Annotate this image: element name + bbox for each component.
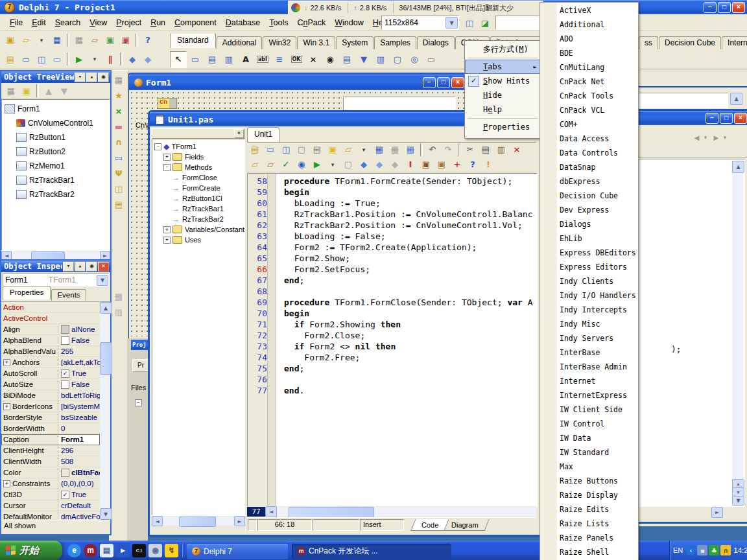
- treeview-hscrollbar[interactable]: ◄ ►: [1, 251, 110, 260]
- inspector-tab-events[interactable]: Events: [51, 289, 86, 301]
- view-form2-icon[interactable]: ▭: [263, 142, 278, 157]
- copy-icon[interactable]: ▤: [478, 142, 493, 157]
- tabs-submenu-item-raize-edits[interactable]: Raize Edits: [540, 505, 638, 519]
- listbox-component[interactable]: ▤: [338, 51, 355, 68]
- cmd-icon[interactable]: C:\: [132, 544, 146, 557]
- hint-icon[interactable]: !: [480, 157, 496, 172]
- property-row-color[interactable]: ColorclBtnFace: [1, 467, 100, 478]
- tabs-submenu-item-bde[interactable]: BDE: [540, 49, 638, 63]
- eraser-icon[interactable]: ▬: [111, 119, 126, 134]
- add-file-icon[interactable]: ▣: [102, 32, 118, 48]
- remove-project-icon[interactable]: ▱: [263, 157, 278, 172]
- lock-icon[interactable]: ∩: [111, 134, 126, 150]
- tabs-submenu-item-data-controls[interactable]: Data Controls: [540, 148, 638, 163]
- property-row-bidimode[interactable]: BiDiModebdLeftToRight: [1, 390, 100, 401]
- tabs-submenu-item-dev-express[interactable]: Dev Express: [540, 205, 638, 220]
- tabs-submenu-item-cnmutilang[interactable]: CnMutiLang: [540, 63, 638, 77]
- box-brown-icon[interactable]: ▣: [418, 157, 434, 172]
- form-edit-box[interactable]: [343, 97, 456, 111]
- bg-close-button[interactable]: [734, 113, 747, 124]
- back-dropdown-icon[interactable]: ▼: [703, 135, 708, 141]
- view-form-icon[interactable]: ▭: [18, 51, 34, 67]
- code-area[interactable]: 58procedure TForm1.FormCreate(Sender: TO…: [247, 173, 538, 508]
- explorer-item-rztrackbar2[interactable]: →RzTrackBar2: [154, 214, 244, 224]
- view-unit-icon[interactable]: ▤: [3, 51, 18, 67]
- window-grid-icon[interactable]: ▦: [403, 142, 418, 157]
- tabs-submenu-item-raize-panels[interactable]: Raize Panels: [540, 533, 638, 548]
- notepad-icon[interactable]: ▤: [100, 544, 113, 557]
- treeview-item-rztrackbar2[interactable]: RzTrackBar2: [5, 187, 110, 202]
- project-manager-title-fragment[interactable]: Proj: [131, 340, 149, 350]
- help2-icon[interactable]: ?: [465, 157, 480, 172]
- combobox-component[interactable]: ▼: [355, 51, 372, 68]
- tabs-submenu-item-indy-i-o-handlers[interactable]: Indy I/O Handlers: [540, 291, 638, 305]
- tabs-submenu-item-interbase[interactable]: InterBase: [540, 348, 638, 362]
- menu-edit[interactable]: Edit: [27, 16, 51, 30]
- property-row-autoscroll[interactable]: AutoScroll✓True: [1, 368, 100, 379]
- tabs-submenu-item-interbase-admin[interactable]: InterBase Admin: [540, 362, 638, 377]
- taskbar-task-delphi-7[interactable]: 7Delphi 7: [187, 544, 288, 559]
- back-icon[interactable]: ◄: [693, 133, 701, 143]
- run-param-button[interactable]: ◪: [477, 15, 493, 30]
- button-component[interactable]: OK: [288, 51, 305, 68]
- new-yellow-icon[interactable]: ▣: [325, 142, 340, 157]
- inspector-combo-dropdown-icon[interactable]: ▼: [97, 275, 108, 286]
- tabs-submenu-item-activex[interactable]: ActiveX: [540, 6, 638, 20]
- code-hscroll-left-icon[interactable]: ◄: [265, 506, 277, 517]
- pause-icon[interactable]: ∥: [102, 51, 118, 67]
- swap-icon[interactable]: ◫: [278, 142, 294, 157]
- combo-dropdown-icon[interactable]: ▼: [445, 17, 458, 29]
- explorer-item-variables-constants[interactable]: +Variables/Constants: [154, 224, 244, 235]
- context-menu-item-help[interactable]: Help: [465, 102, 540, 117]
- bg-scroll-up-icon[interactable]: ▲: [730, 93, 742, 105]
- minimize-button[interactable]: [704, 2, 717, 13]
- code-hscroll-thumb[interactable]: [289, 507, 374, 518]
- inspector-collapse-icon[interactable]: ▾: [63, 262, 74, 272]
- tabs-submenu-item-data-access[interactable]: Data Access: [540, 134, 638, 148]
- property-row-borderwidth[interactable]: BorderWidth0: [1, 423, 100, 434]
- save-gray-icon[interactable]: ▦: [387, 142, 403, 157]
- menu-component[interactable]: Component: [170, 16, 221, 30]
- inspector-pin-icon[interactable]: ◉: [86, 262, 97, 272]
- explorer-item-methods[interactable]: -Methods: [154, 162, 244, 172]
- property-row-clientwidth[interactable]: ClientWidth508: [1, 456, 100, 467]
- flashget-icon[interactable]: ↯: [165, 544, 178, 557]
- property-row-bordericons[interactable]: +BorderIcons[biSystemMenu,: [1, 401, 100, 412]
- explorer-hscrollbar[interactable]: ◄ ►: [152, 516, 245, 526]
- project-manager-button-fragment[interactable]: Pr: [132, 359, 149, 372]
- tabs-submenu-item-cnpack-net[interactable]: CnPack Net: [540, 77, 638, 91]
- inspector-vscrollbar[interactable]: ▲ ▼: [100, 302, 110, 520]
- context-menu-item-tabs[interactable]: Tabs►: [465, 60, 540, 74]
- property-row-action[interactable]: Action: [1, 302, 100, 313]
- open-dropdown[interactable]: ▾: [34, 32, 49, 48]
- tabs-submenu-item-dialogs[interactable]: Dialogs: [540, 220, 638, 234]
- form-maximize-button[interactable]: [437, 77, 450, 88]
- antivirus-icon[interactable]: ♣: [709, 545, 719, 555]
- layout-gray-icon[interactable]: ▦: [111, 288, 126, 304]
- editor-tab-unit1[interactable]: Unit1: [247, 127, 279, 142]
- gem-blue2-icon[interactable]: ◆: [372, 157, 387, 172]
- treeview-dock-icon[interactable]: ▴: [86, 73, 97, 82]
- compile-icon[interactable]: ◉: [294, 157, 309, 172]
- lock2-icon[interactable]: ∩: [720, 545, 731, 555]
- open-icon[interactable]: ▱: [18, 32, 34, 48]
- inspector-object-combo[interactable]: Form1 TForm1 ▼: [3, 274, 109, 286]
- context-menu-item--m-[interactable]: 多行方式(M): [465, 42, 540, 56]
- save-desktop-icon[interactable]: ▦: [111, 72, 126, 88]
- menu-view[interactable]: View: [85, 16, 112, 30]
- cd-icon[interactable]: ◉: [148, 544, 162, 557]
- palette-tab-decision-cube[interactable]: Decision Cube: [659, 36, 721, 49]
- panel-component[interactable]: ▭: [423, 51, 440, 68]
- menu-database[interactable]: Database: [221, 16, 265, 30]
- redo-icon[interactable]: ↷: [440, 142, 456, 157]
- inspector-close-icon[interactable]: ×: [98, 262, 109, 272]
- ibeam-icon[interactable]: I: [403, 157, 418, 172]
- menu-window[interactable]: Window: [330, 16, 368, 30]
- floppy-icon[interactable]: ▪: [697, 545, 707, 555]
- palette-tab-samples[interactable]: Samples: [374, 36, 416, 49]
- tabs-submenu-item-raize-buttons[interactable]: Raize Buttons: [540, 476, 638, 491]
- new-gray-icon[interactable]: ▦: [3, 83, 19, 99]
- desktop-gray-icon[interactable]: ▦: [71, 32, 87, 48]
- radiobutton-component[interactable]: ◉: [322, 51, 338, 68]
- memo-component[interactable]: ≡: [271, 51, 288, 68]
